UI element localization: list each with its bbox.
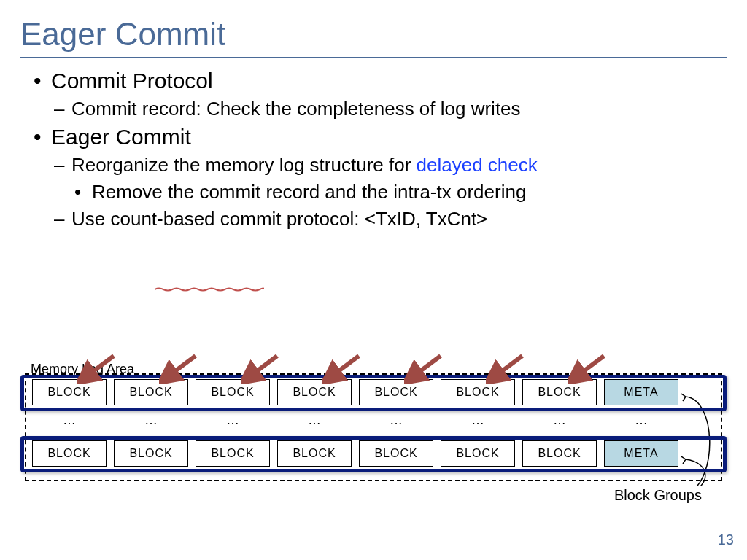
block-cell: BLOCK: [114, 440, 188, 467]
block-groups-label: Block Groups: [614, 487, 702, 504]
ellipsis: …: [114, 413, 188, 428]
block-cell: BLOCK: [522, 440, 597, 467]
block-cell: BLOCK: [196, 440, 270, 467]
block-cell: BLOCK: [359, 440, 433, 467]
slide-title: Eager Commit: [20, 16, 727, 58]
bullet-eager-commit: Eager Commit Reorganize the memory log s…: [31, 125, 727, 230]
meta-cell: META: [604, 440, 678, 467]
bullet-commit-protocol: Commit Protocol Commit record: Check the…: [31, 69, 727, 120]
ellipsis: …: [604, 413, 678, 428]
page-number: 13: [718, 532, 734, 548]
ellipsis: …: [196, 413, 270, 428]
bullet-commit-record: Commit record: Check the completeness of…: [51, 98, 727, 120]
bullet-text: Commit Protocol: [51, 69, 213, 93]
ellipsis: …: [522, 413, 597, 428]
ellipsis: …: [441, 413, 515, 428]
bullet-remove-commit: Remove the commit record and the intra-t…: [71, 181, 727, 203]
block-row-1: BLOCK BLOCK BLOCK BLOCK BLOCK BLOCK BLOC…: [20, 376, 727, 408]
slide: Eager Commit Commit Protocol Commit reco…: [0, 0, 747, 560]
highlight-delayed-check: delayed check: [417, 154, 538, 176]
ellipsis: …: [32, 413, 107, 428]
squiggle-underline: [155, 281, 264, 286]
block-groups-arcs: [681, 384, 725, 486]
ellipsis-row: … … … … … … … …: [20, 413, 727, 428]
bullet-count-based: Use count-based commit protocol: <TxID, …: [51, 208, 727, 230]
block-cell: BLOCK: [441, 440, 515, 467]
bullet-text: Eager Commit: [51, 125, 191, 149]
meta-cell: META: [604, 379, 678, 405]
ellipsis: …: [277, 413, 352, 428]
content-area: Commit Protocol Commit record: Check the…: [20, 69, 727, 230]
ellipsis: …: [359, 413, 433, 428]
block-row-2: BLOCK BLOCK BLOCK BLOCK BLOCK BLOCK BLOC…: [20, 438, 727, 470]
bullet-reorganize: Reorganize the memory log structure for …: [51, 154, 727, 203]
block-cell: BLOCK: [277, 440, 352, 467]
bullet-text-pre: Reorganize the memory log structure for: [71, 154, 417, 176]
block-cell: BLOCK: [32, 440, 107, 467]
